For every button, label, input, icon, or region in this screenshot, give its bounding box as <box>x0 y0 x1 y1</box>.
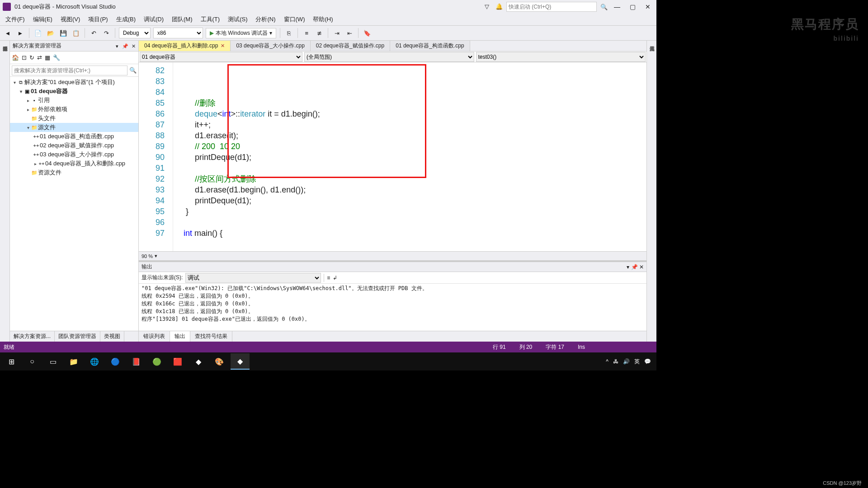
code-line[interactable] <box>177 163 643 174</box>
menu-item[interactable]: 项目(P) <box>85 14 111 25</box>
server-explorer-tab[interactable]: 服务器资源管理器 <box>2 42 9 340</box>
doc-tab[interactable]: 02 deque容器_赋值操作.cpp <box>311 41 390 51</box>
sync-icon[interactable]: ⇄ <box>37 54 42 61</box>
tab-find-results[interactable]: 查找符号结果 <box>190 331 232 342</box>
close-button[interactable]: ✕ <box>642 3 654 10</box>
cortana-icon[interactable]: ○ <box>23 353 42 370</box>
pin-icon[interactable]: 📌 <box>122 43 128 49</box>
menu-item[interactable]: 工具(T) <box>197 14 224 25</box>
menu-item[interactable]: 帮助(H) <box>309 14 336 25</box>
search-icon[interactable]: 🔍 <box>129 67 137 74</box>
headers-node[interactable]: 📁头文件 <box>10 114 138 123</box>
tab-solution-explorer[interactable]: 解决方案资源... <box>10 331 55 342</box>
solution-tree[interactable]: ▾⧉解决方案"01 deque容器"(1 个项目) ▾▣01 deque容器 ▸… <box>10 77 138 331</box>
comment-button[interactable]: ≡ <box>302 28 311 38</box>
back-button[interactable]: ◄ <box>3 28 13 38</box>
properties-icon[interactable]: 🔧 <box>53 54 60 61</box>
resources-node[interactable]: 📁资源文件 <box>10 168 138 177</box>
search-icon[interactable]: 🔍 <box>600 4 608 10</box>
source-file[interactable]: ++03 deque容器_大小操作.cpp <box>10 150 138 159</box>
doc-tab[interactable]: 01 deque容器_构造函数.cpp <box>390 41 470 51</box>
volume-icon[interactable]: 🔊 <box>623 358 630 365</box>
code-editor[interactable]: 82838485868788899091929394959697 //删除 de… <box>139 62 646 251</box>
code-line[interactable] <box>177 217 643 228</box>
close-panel-icon[interactable]: ✕ <box>132 43 136 49</box>
browser-icon[interactable]: 🌐 <box>85 353 104 370</box>
notification-icon[interactable]: 💬 <box>644 358 651 365</box>
close-icon[interactable]: ✕ <box>221 43 225 49</box>
output-text[interactable]: "01 deque容器.exe"(Win32): 已加载"C:\Windows\… <box>139 284 646 331</box>
home-icon[interactable]: 🏠 <box>12 54 19 61</box>
code-line[interactable]: d1.erase(d1.begin(), d1.end()); <box>177 184 643 195</box>
tray-up-icon[interactable]: ^ <box>606 358 609 365</box>
code-line[interactable]: it++; <box>177 119 643 130</box>
ime-icon[interactable]: 英 <box>634 358 640 366</box>
code-line[interactable] <box>177 239 643 249</box>
quick-launch-input[interactable] <box>506 2 597 12</box>
code-text[interactable]: //删除 deque<int>::iterator it = d1.begin(… <box>173 62 646 251</box>
member-select[interactable]: test03() <box>476 52 646 62</box>
menu-item[interactable]: 视图(V) <box>57 14 84 25</box>
system-tray[interactable]: ^ 🖧 🔊 英 💬 <box>602 358 655 366</box>
forward-button[interactable]: ► <box>15 28 25 38</box>
paint-icon[interactable]: 🎨 <box>210 353 229 370</box>
notifications-icon[interactable]: 🔔 <box>495 3 503 10</box>
tab-output[interactable]: 输出 <box>170 331 190 342</box>
source-file[interactable]: ++01 deque容器_构造函数.cpp <box>10 132 138 141</box>
save-button[interactable]: 💾 <box>58 28 68 38</box>
doc-tab-active[interactable]: 04 deque容器_插入和删除.cpp✕ <box>139 41 231 51</box>
code-line[interactable]: } <box>177 206 643 217</box>
close-icon[interactable]: ✕ <box>639 264 644 270</box>
uncomment-button[interactable]: ≢ <box>314 28 324 38</box>
menu-item[interactable]: 团队(M) <box>168 14 196 25</box>
left-vertical-tabs[interactable]: 服务器资源管理器 数据源 <box>0 41 10 342</box>
redo-button[interactable]: ↷ <box>101 28 111 38</box>
task-view-icon[interactable]: ▭ <box>43 353 62 370</box>
zoom-bar[interactable]: 90 %▾ <box>139 251 646 260</box>
vs-icon[interactable]: ◆ <box>189 353 208 370</box>
code-line[interactable]: int main() { <box>177 228 643 239</box>
doc-tab[interactable]: 03 deque容器_大小操作.cpp <box>231 41 310 51</box>
code-line[interactable]: //按区间方式删除 <box>177 174 643 184</box>
indent-button[interactable]: ⇥ <box>332 28 342 38</box>
app-icon[interactable]: 🔵 <box>106 353 125 370</box>
code-line[interactable]: // 200 10 20 <box>177 141 643 152</box>
outdent-button[interactable]: ⇤ <box>344 28 354 38</box>
filter-icon[interactable]: ▽ <box>485 3 492 10</box>
network-icon[interactable]: 🖧 <box>613 358 618 365</box>
step-icon[interactable]: ⎘ <box>284 28 294 38</box>
config-select[interactable]: Debug <box>119 28 151 38</box>
file-explorer-icon[interactable]: 📁 <box>64 353 83 370</box>
platform-select[interactable]: x86 <box>153 28 203 38</box>
tab-team-explorer[interactable]: 团队资源管理器 <box>55 331 100 342</box>
menu-item[interactable]: 测试(S) <box>224 14 251 25</box>
scope-select[interactable]: 01 deque容器 <box>140 52 302 62</box>
right-vertical-tab[interactable]: 属性工具箱 <box>646 41 656 342</box>
menu-item[interactable]: 窗口(W) <box>280 14 309 25</box>
refresh-icon[interactable]: ↻ <box>29 54 34 61</box>
dropdown-icon[interactable]: ▾ <box>116 43 118 49</box>
type-select[interactable]: (全局范围) <box>304 52 474 62</box>
output-source-select[interactable]: 调试 <box>185 273 321 283</box>
start-button[interactable]: ⊞ <box>2 353 21 370</box>
dropdown-icon[interactable]: ▾ <box>627 264 629 270</box>
app-icon[interactable]: 🟥 <box>168 353 187 370</box>
pin-icon[interactable]: 📌 <box>631 264 638 270</box>
menu-item[interactable]: 调试(D) <box>140 14 167 25</box>
external-deps-node[interactable]: ▸📁外部依赖项 <box>10 105 138 114</box>
menu-item[interactable]: 生成(B) <box>113 14 139 25</box>
code-line[interactable]: printDeque(d1); <box>177 195 643 206</box>
references-node[interactable]: ▸▪引用 <box>10 96 138 105</box>
solution-search-input[interactable] <box>12 66 127 75</box>
clear-icon[interactable]: ≡ <box>327 275 330 281</box>
start-debug-button[interactable]: ▶本地 Windows 调试器▾ <box>206 28 276 38</box>
solution-node[interactable]: ▾⧉解决方案"01 deque容器"(1 个项目) <box>10 78 138 87</box>
menu-item[interactable]: 编辑(E) <box>29 14 56 25</box>
save-all-button[interactable]: 📋 <box>71 28 81 38</box>
code-line[interactable]: printDeque(d1); <box>177 152 643 163</box>
menu-item[interactable]: 文件(F) <box>2 14 28 25</box>
source-file[interactable]: ▸++04 deque容器_插入和删除.cpp <box>10 159 138 168</box>
project-node[interactable]: ▾▣01 deque容器 <box>10 87 138 96</box>
app-icon[interactable]: 📕 <box>127 353 146 370</box>
open-button[interactable]: 📂 <box>46 28 56 38</box>
